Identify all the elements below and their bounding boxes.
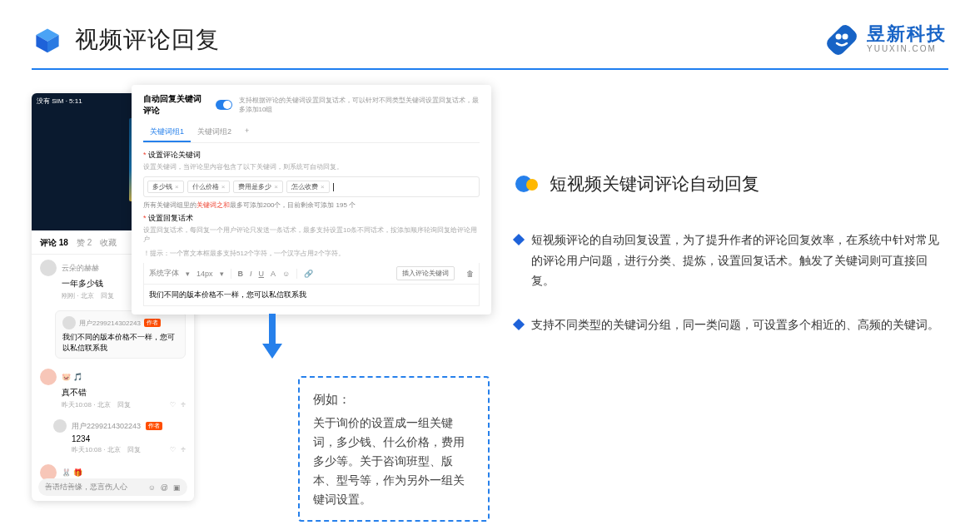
tab-likes[interactable]: 赞 2 xyxy=(77,237,92,249)
font-family-select[interactable]: 系统字体 xyxy=(149,268,179,279)
phone-status-bar: 没有 SIM · 5:11 xyxy=(37,97,82,105)
comment-input[interactable]: 善语结善缘，恶言伤人心 ☺ @ ▣ xyxy=(38,478,187,496)
dislike-icon[interactable]: ♱ xyxy=(181,446,186,453)
keyword-section-label: 设置评论关键词 xyxy=(143,150,480,161)
bold-icon[interactable]: B xyxy=(238,270,244,278)
logo-icon xyxy=(825,23,858,57)
font-size-select[interactable]: 14px xyxy=(196,270,213,278)
bullet-item: 短视频评论的自动回复设置，为了提升作者的评论回复效率，在系统中针对常见的评论用户… xyxy=(515,230,948,291)
toggle-description: 支持根据评论的关键词设置回复话术，可以针对不同类型关键词设置回复话术，最多添加1… xyxy=(239,96,480,114)
svg-point-4 xyxy=(836,34,842,40)
reply-username: 用户2299214302243 xyxy=(72,421,141,432)
image-icon[interactable]: ▣ xyxy=(173,483,181,492)
reply-section-label: 设置回复话术 xyxy=(143,213,480,224)
comment-2: 🐷 🎵 真不错 昨天10:08 · 北京回复♡♱ xyxy=(32,364,194,414)
heart-icon[interactable]: ♡ xyxy=(170,446,176,453)
settings-panel: 自动回复关键词评论 支持根据评论的关键词设置回复话术，可以针对不同类型关键词设置… xyxy=(132,85,491,315)
page-title: 视频评论回复 xyxy=(75,24,220,56)
add-group-button[interactable]: + xyxy=(238,123,256,142)
tag-remove-icon[interactable]: × xyxy=(321,183,325,191)
example-title: 例如： xyxy=(313,389,475,410)
insert-keyword-button[interactable]: 插入评论关键词 xyxy=(396,266,455,280)
keyword-hint: 设置关键词，当评论里内容包含了以下关键词，则系统可自动回复。 xyxy=(143,162,480,171)
tag-remove-icon[interactable]: × xyxy=(175,183,179,191)
reply-link[interactable]: 回复 xyxy=(117,400,131,409)
svg-point-5 xyxy=(843,34,848,40)
input-placeholder: 善语结善缘，恶言伤人心 xyxy=(45,482,143,493)
comment-username: 🐷 🎵 xyxy=(62,373,82,381)
svg-point-9 xyxy=(526,179,538,191)
avatar xyxy=(40,260,57,276)
comment-text: 真不错 xyxy=(62,387,186,399)
svg-rect-3 xyxy=(825,23,858,57)
section-icon xyxy=(515,171,540,196)
avatar xyxy=(40,369,57,385)
keyword-tag[interactable]: 费用是多少× xyxy=(233,181,283,193)
reply-2: 用户2299214302243作者 1234 昨天10:08 · 北京回复♡♱ xyxy=(32,414,194,459)
reply-username: 用户2299214302243 xyxy=(79,319,141,328)
reply-editor[interactable]: 我们不同的版本价格不一样，您可以私信联系我 xyxy=(143,285,480,306)
tag-remove-icon[interactable]: × xyxy=(221,183,226,191)
keyword-limit-text: 所有关键词组里的关键词之和最多可添加200个，目前剩余可添加 195 个 xyxy=(143,201,480,210)
toggle-label: 自动回复关键词评论 xyxy=(143,93,209,116)
comment-username: 🐰 🎁 xyxy=(62,468,82,477)
logo-text-en: YUUXIN.COM xyxy=(867,43,947,55)
author-reply-card: 用户2299214302243作者 我们不同的版本价格不一样，您可以私信联系我 xyxy=(55,310,186,359)
reply-link[interactable]: 回复 xyxy=(127,445,141,454)
svg-marker-7 xyxy=(262,344,282,359)
example-box: 例如： 关于询价的设置成一组关键词，多少钱、什么价格，费用多少等。关于咨询班型、… xyxy=(298,376,490,522)
comment-meta: 刚刚 · 北京 xyxy=(62,291,94,300)
reply-link[interactable]: 回复 xyxy=(101,291,114,300)
keyword-tag[interactable]: 怎么收费× xyxy=(286,181,330,193)
comment-username: 云朵的赫赫 xyxy=(62,263,99,274)
author-badge: 作者 xyxy=(146,422,162,430)
keyword-tags-input[interactable]: 多少钱× 什么价格× 费用是多少× 怎么收费× xyxy=(143,176,480,197)
tag-remove-icon[interactable]: × xyxy=(274,183,278,191)
tab-fav[interactable]: 收藏 xyxy=(100,237,117,249)
bullet-text: 短视频评论的自动回复设置，为了提升作者的评论回复效率，在系统中针对常见的评论用户… xyxy=(531,230,948,291)
link-icon[interactable]: 🔗 xyxy=(304,270,313,278)
section-title: 短视频关键词评论自动回复 xyxy=(550,172,759,196)
header-divider xyxy=(32,68,948,70)
keyword-group-tab-1[interactable]: 关键词组1 xyxy=(143,123,191,142)
cube-icon xyxy=(33,26,62,54)
reply-text: 我们不同的版本价格不一样，您可以私信联系我 xyxy=(62,332,178,353)
heart-icon[interactable]: ♡ xyxy=(170,401,176,409)
avatar xyxy=(62,316,76,329)
delete-icon[interactable]: 🗑 xyxy=(466,270,474,278)
comment-meta: 昨天10:08 · 北京 xyxy=(72,445,121,454)
color-icon[interactable]: A xyxy=(271,270,276,278)
bullet-item: 支持不同类型的关键词分组，同一类问题，可设置多个相近的、高频的关键词。 xyxy=(515,315,948,335)
tab-comments[interactable]: 评论 18 xyxy=(40,237,68,249)
logo-text-cn: 昱新科技 xyxy=(867,25,947,43)
auto-reply-toggle[interactable] xyxy=(216,100,231,110)
underline-icon[interactable]: U xyxy=(259,270,265,278)
italic-icon[interactable]: I xyxy=(250,270,252,278)
comment-meta: 昨天10:08 · 北京 xyxy=(62,400,111,409)
keyword-tag[interactable]: 什么价格× xyxy=(187,181,231,193)
keyword-tag[interactable]: 多少钱× xyxy=(147,181,184,193)
author-badge: 作者 xyxy=(144,319,161,327)
svg-rect-6 xyxy=(269,314,276,345)
reply-hint-2: ！提示：一个富文本框最多支持512个字符，一个汉字占用2个字符。 xyxy=(143,249,480,258)
brand-logo: 昱新科技 YUUXIN.COM xyxy=(825,23,947,57)
bullet-text: 支持不同类型的关键词分组，同一类问题，可设置多个相近的、高频的关键词。 xyxy=(531,315,939,335)
diamond-bullet-icon xyxy=(513,318,525,329)
reply-text: 1234 xyxy=(72,434,186,443)
diamond-bullet-icon xyxy=(513,234,525,245)
reply-hint: 设置回复话术，每回复一个用户评论只发送一条话术，最多支持设置10条不同话术，按添… xyxy=(143,225,480,244)
dislike-icon[interactable]: ♱ xyxy=(181,401,186,409)
avatar xyxy=(53,419,67,433)
at-icon[interactable]: @ xyxy=(161,483,168,492)
emoji-icon[interactable]: ☺ xyxy=(148,483,156,492)
arrow-down-icon xyxy=(261,314,284,359)
emoji-icon[interactable]: ☺ xyxy=(282,270,290,278)
keyword-group-tab-2[interactable]: 关键词组2 xyxy=(191,123,238,142)
example-body: 关于询价的设置成一组关键词，多少钱、什么价格，费用多少等。关于咨询班型、版本、型… xyxy=(313,414,475,509)
editor-toolbar: 系统字体▾ 14px▾ B I U A ☺ 🔗 插入评论关键词 🗑 xyxy=(143,263,480,285)
